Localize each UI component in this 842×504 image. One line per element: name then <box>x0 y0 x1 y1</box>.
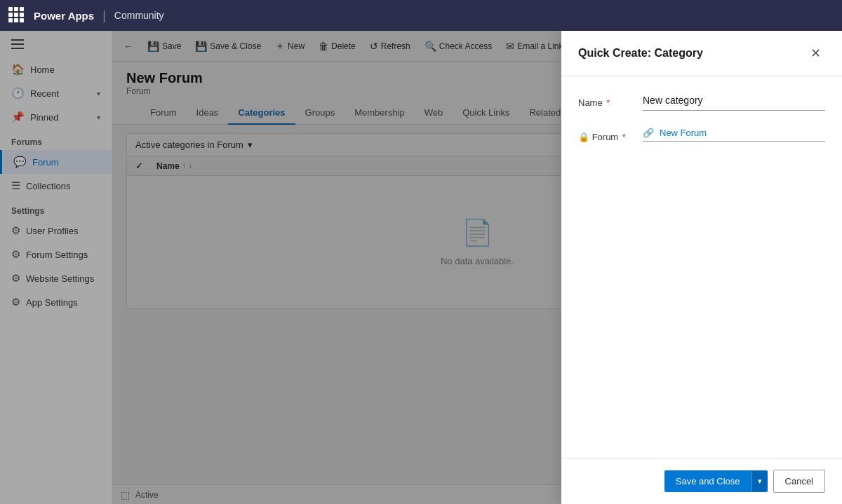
name-form-row: Name * <box>578 93 825 111</box>
main-layout: 🏠 Home 🕐 Recent ▾ 📌 Pinned ▾ Forums 💬 Fo… <box>0 31 842 504</box>
app-name: Community <box>114 10 164 21</box>
panel-title: Quick Create: Category <box>578 47 703 60</box>
forum-label: 🔒 Forum * <box>578 128 634 142</box>
top-nav: Power Apps | Community <box>0 0 842 31</box>
panel-footer: Save and Close ▾ Cancel <box>561 458 842 504</box>
name-input-wrap <box>643 93 825 111</box>
panel-body: Name * 🔒 Forum * 🔗 New Forum <box>561 76 842 458</box>
save-and-close-button-group: Save and Close ▾ <box>664 470 768 492</box>
nav-divider: | <box>102 8 106 23</box>
waffle-menu[interactable] <box>8 7 25 24</box>
brand-name: Power Apps <box>34 10 94 22</box>
forum-link[interactable]: New Forum <box>660 128 707 138</box>
required-indicator: * <box>622 132 626 142</box>
forum-link-row: 🔗 New Forum <box>643 128 825 138</box>
cancel-button[interactable]: Cancel <box>773 470 825 493</box>
name-input[interactable] <box>643 93 825 107</box>
forum-value-wrap: 🔗 New Forum <box>643 128 825 142</box>
required-indicator: * <box>606 97 610 108</box>
forum-form-row: 🔒 Forum * 🔗 New Forum <box>578 128 825 142</box>
name-label: Name * <box>578 93 634 108</box>
save-and-close-dropdown-button[interactable]: ▾ <box>751 471 768 491</box>
forum-link-icon: 🔗 <box>643 128 654 138</box>
quick-create-panel: Quick Create: Category ✕ Name * 🔒 Forum <box>561 31 842 504</box>
panel-header: Quick Create: Category ✕ <box>561 31 842 76</box>
panel-close-button[interactable]: ✕ <box>806 43 825 63</box>
save-and-close-button[interactable]: Save and Close <box>664 470 751 492</box>
